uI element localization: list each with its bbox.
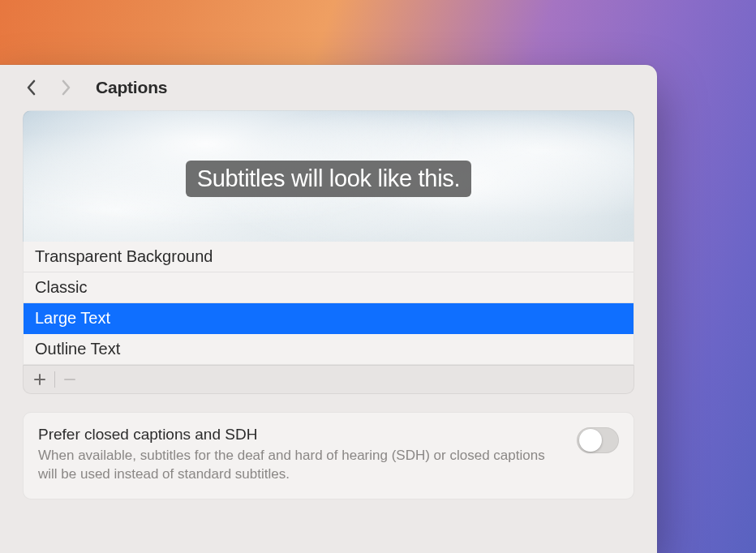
- style-list: Transparent Background Classic Large Tex…: [23, 242, 634, 365]
- add-style-button[interactable]: [28, 370, 51, 389]
- subtitle-preview: Subtitles will look like this.: [23, 110, 634, 242]
- subtitle-sample-text: Subtitles will look like this.: [186, 161, 472, 197]
- prefer-sdh-toggle[interactable]: [577, 427, 619, 453]
- prefer-sdh-title: Prefer closed captions and SDH: [38, 426, 564, 444]
- header: Captions: [0, 65, 657, 110]
- back-button[interactable]: [23, 79, 41, 96]
- captions-settings-window: Captions Subtitles will look like this. …: [0, 65, 657, 553]
- style-item-transparent-background[interactable]: Transparent Background: [24, 242, 634, 272]
- style-item-large-text[interactable]: Large Text: [24, 303, 634, 334]
- forward-button[interactable]: [57, 79, 75, 96]
- prefer-sdh-text: Prefer closed captions and SDH When avai…: [38, 426, 564, 484]
- style-list-footer: [23, 365, 634, 394]
- nav-buttons: [23, 79, 75, 96]
- footer-divider: [54, 371, 55, 388]
- remove-style-button[interactable]: [58, 370, 81, 389]
- style-item-classic[interactable]: Classic: [24, 272, 634, 303]
- content: Subtitles will look like this. Transpare…: [0, 110, 657, 499]
- page-title: Captions: [96, 78, 167, 97]
- toggle-knob: [579, 429, 602, 452]
- style-item-outline-text[interactable]: Outline Text: [24, 334, 634, 364]
- prefer-sdh-card: Prefer closed captions and SDH When avai…: [23, 412, 634, 499]
- prefer-sdh-description: When available, subtitles for the deaf a…: [38, 447, 564, 484]
